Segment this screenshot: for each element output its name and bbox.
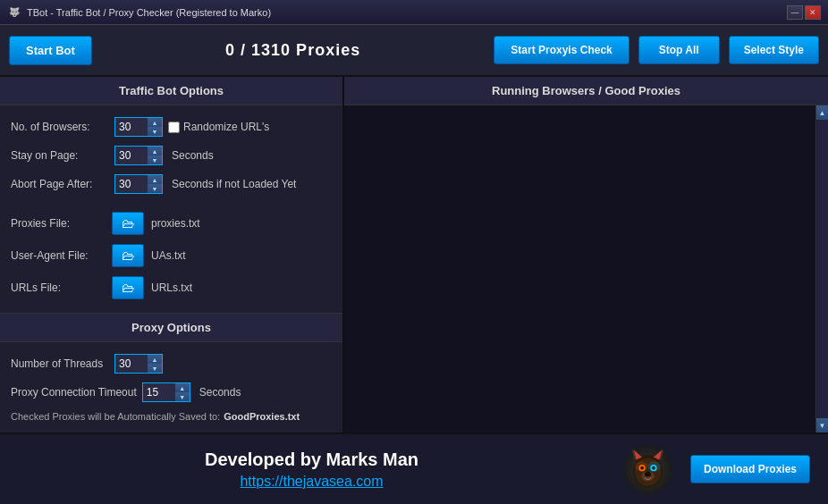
auto-save-text: Checked Proxies will be Automatically Sa… xyxy=(11,411,220,422)
timeout-row: Proxy Connection Timeout ▲ ▼ Seconds xyxy=(0,378,342,407)
abort-unit: Seconds if not Loaded Yet xyxy=(172,178,296,190)
browsers-arrows: ▲ ▼ xyxy=(148,118,162,136)
timeout-down-arrow[interactable]: ▼ xyxy=(175,392,190,401)
timeout-label: Proxy Connection Timeout xyxy=(11,386,137,399)
timeout-spinner[interactable]: ▲ ▼ xyxy=(142,382,190,402)
scroll-down-button[interactable]: ▼ xyxy=(816,418,829,433)
timeout-arrows: ▲ ▼ xyxy=(175,383,190,401)
proxy-counter: 0 / 1310 Proxies xyxy=(101,41,485,60)
wolf-icon xyxy=(623,445,672,494)
content-area: Traffic Bot Options No. of Browsers: ▲ ▼… xyxy=(0,77,828,433)
randomize-label: Randomize URL's xyxy=(183,121,269,133)
proxies-folder-button[interactable]: 🗁 xyxy=(112,212,144,235)
urls-file-row: URLs File: 🗁 URLs.txt xyxy=(0,272,342,304)
auto-save-row: Checked Proxies will be Automatically Sa… xyxy=(0,407,342,426)
ua-file-name: UAs.txt xyxy=(151,249,186,262)
ua-folder-button[interactable]: 🗁 xyxy=(112,244,144,267)
close-button[interactable]: ✕ xyxy=(805,5,821,20)
ua-file-row: User-Agent File: 🗁 UAs.txt xyxy=(0,239,342,272)
title-bar: 🐺 TBot - Traffic Bot / Proxy Checker (Re… xyxy=(0,0,828,25)
stay-row: Stay on Page: ▲ ▼ Seconds xyxy=(0,141,342,170)
start-proxies-button[interactable]: Start Proxyis Check xyxy=(494,36,629,64)
ua-file-label: User-Agent File: xyxy=(11,249,105,262)
minimize-button[interactable]: — xyxy=(787,5,803,20)
footer: Developed by Marks Man https://thejavase… xyxy=(0,433,828,504)
svg-point-12 xyxy=(646,471,651,475)
app-icon: 🐺 xyxy=(7,5,21,20)
window-title: TBot - Traffic Bot / Proxy Checker (Regi… xyxy=(27,7,787,18)
download-proxies-button[interactable]: Download Proxies xyxy=(690,455,810,483)
stay-unit: Seconds xyxy=(172,149,214,162)
threads-input[interactable] xyxy=(115,355,148,373)
traffic-bot-section-title: Traffic Bot Options xyxy=(0,77,342,105)
abort-arrows: ▲ ▼ xyxy=(148,175,162,193)
timeout-input[interactable] xyxy=(143,383,175,401)
timeout-unit: Seconds xyxy=(199,386,241,399)
threads-down-arrow[interactable]: ▼ xyxy=(148,364,162,373)
divider-1 xyxy=(0,198,342,207)
timeout-up-arrow[interactable]: ▲ xyxy=(175,383,190,392)
svg-point-13 xyxy=(635,461,648,471)
window-controls: — ✕ xyxy=(787,5,821,20)
stay-spinner[interactable]: ▲ ▼ xyxy=(114,146,163,165)
threads-spinner[interactable]: ▲ ▼ xyxy=(114,354,163,374)
scroll-track xyxy=(817,120,828,418)
main-toolbar: Start Bot 0 / 1310 Proxies Start Proxyis… xyxy=(0,25,828,77)
browsers-spinner[interactable]: ▲ ▼ xyxy=(114,117,163,137)
proxy-options-section: Proxy Options Number of Threads ▲ ▼ Prox… xyxy=(0,313,342,426)
scroll-up-button[interactable]: ▲ xyxy=(816,105,829,120)
browsers-row: No. of Browsers: ▲ ▼ Randomize URL's xyxy=(0,113,342,141)
abort-spinner[interactable]: ▲ ▼ xyxy=(114,174,163,194)
developed-by-text: Developed by Marks Man xyxy=(205,449,418,470)
scrollbar: ▲ ▼ xyxy=(815,105,828,433)
browsers-input[interactable] xyxy=(115,118,148,136)
svg-point-14 xyxy=(647,461,661,471)
stay-label: Stay on Page: xyxy=(11,149,109,162)
auto-save-filename: GoodProxies.txt xyxy=(224,411,300,422)
stay-up-arrow[interactable]: ▲ xyxy=(148,147,162,155)
abort-up-arrow[interactable]: ▲ xyxy=(148,175,162,184)
start-bot-button[interactable]: Start Bot xyxy=(9,36,92,65)
randomize-checkbox[interactable] xyxy=(168,122,180,133)
randomize-container: Randomize URL's xyxy=(168,121,269,133)
urls-folder-button[interactable]: 🗁 xyxy=(112,276,144,299)
threads-up-arrow[interactable]: ▲ xyxy=(148,355,162,364)
footer-text-container: Developed by Marks Man https://thejavase… xyxy=(18,449,605,490)
running-proxies-title: Running Browsers / Good Proxies xyxy=(344,77,828,105)
proxy-options-title: Proxy Options xyxy=(0,314,342,342)
abort-down-arrow[interactable]: ▼ xyxy=(148,184,162,193)
proxies-file-name: proxies.txt xyxy=(151,217,200,230)
urls-file-name: URLs.txt xyxy=(151,281,192,294)
left-panel: Traffic Bot Options No. of Browsers: ▲ ▼… xyxy=(0,77,344,433)
right-panel: Running Browsers / Good Proxies ▲ ▼ xyxy=(344,77,828,433)
threads-arrows: ▲ ▼ xyxy=(148,355,162,373)
stay-arrows: ▲ ▼ xyxy=(148,147,162,164)
threads-row: Number of Threads ▲ ▼ xyxy=(0,349,342,378)
select-style-button[interactable]: Select Style xyxy=(729,36,819,64)
browsers-down-arrow[interactable]: ▼ xyxy=(148,127,162,136)
browsers-up-arrow[interactable]: ▲ xyxy=(148,118,162,127)
abort-row: Abort Page After: ▲ ▼ Seconds if not Loa… xyxy=(0,170,342,198)
stay-input[interactable] xyxy=(115,147,148,164)
proxies-file-row: Proxies File: 🗁 proxies.txt xyxy=(0,207,342,239)
stop-all-button[interactable]: Stop All xyxy=(638,36,720,64)
urls-file-label: URLs File: xyxy=(11,281,105,294)
abort-input[interactable] xyxy=(115,175,148,193)
proxy-display-area: ▲ ▼ xyxy=(344,105,828,433)
abort-label: Abort Page After: xyxy=(11,178,109,190)
proxies-file-label: Proxies File: xyxy=(11,217,105,230)
stay-down-arrow[interactable]: ▼ xyxy=(148,155,162,164)
threads-label: Number of Threads xyxy=(11,357,109,370)
website-link[interactable]: https://thejavasea.com xyxy=(240,474,383,490)
browsers-label: No. of Browsers: xyxy=(11,121,109,133)
